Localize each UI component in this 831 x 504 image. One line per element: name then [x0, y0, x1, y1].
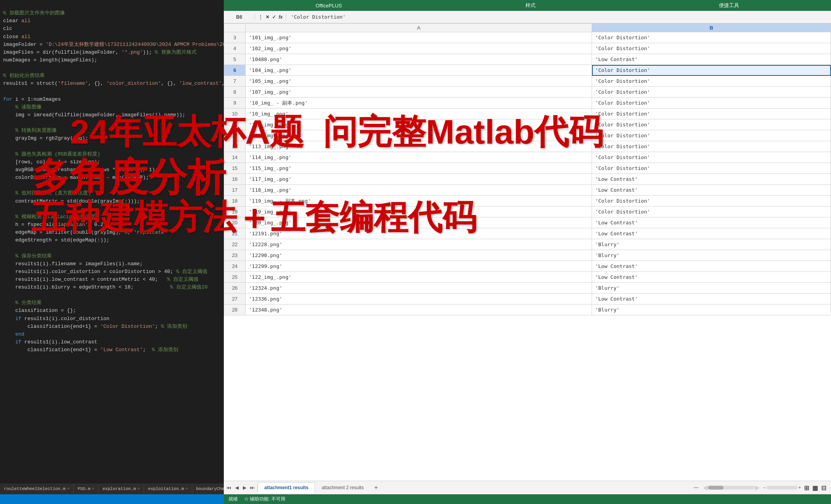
- cell-col-b[interactable]: 'Color Distortion': [592, 206, 831, 217]
- tab-boundary[interactable]: boundaryCheck: [192, 484, 224, 494]
- cell-col-b[interactable]: 'Color Distortion': [592, 130, 831, 141]
- cell-col-b[interactable]: 'Low Contrast': [592, 228, 831, 239]
- scrollbar-track[interactable]: [708, 486, 755, 490]
- cell-col-b[interactable]: 'Color Distortion': [592, 108, 831, 119]
- scrollbar-thumb[interactable]: [708, 486, 724, 490]
- cell-col-b[interactable]: 'Color Distortion': [592, 163, 831, 174]
- tab-exploration-close[interactable]: ×: [137, 486, 140, 492]
- tab-nav-last[interactable]: ⏭: [249, 484, 256, 491]
- table-row: 20'120_img_.png''Low Contrast': [224, 217, 831, 228]
- tab-nav-next[interactable]: ▶: [241, 484, 248, 491]
- cell-col-b[interactable]: 'Color Distortion': [592, 98, 831, 108]
- table-row: 25'122_img_.png''Low Contrast': [224, 272, 831, 283]
- cell-col-a[interactable]: '10_img_ - 副本.png': [246, 98, 592, 108]
- sheet-tab-attachment2[interactable]: attachment 2 results: [315, 482, 370, 493]
- col-header-b[interactable]: B: [592, 24, 831, 32]
- formula-fx-icon[interactable]: fx: [279, 14, 283, 20]
- sheet-more-button[interactable]: ⋯: [691, 485, 701, 490]
- cell-col-a[interactable]: '10_img_.png': [246, 108, 592, 119]
- formula-value: 'Color Distortion': [286, 14, 350, 20]
- cell-col-b[interactable]: 'Low Contrast': [592, 272, 831, 283]
- cell-col-b[interactable]: 'Color Distortion': [592, 87, 831, 98]
- tab-exploration[interactable]: exploration.m ×: [98, 484, 144, 494]
- zoom-slider[interactable]: [766, 486, 798, 490]
- toolbar-tools[interactable]: 便捷工具: [711, 2, 747, 9]
- cell-col-b[interactable]: 'Color Distortion': [592, 32, 831, 43]
- cell-col-a[interactable]: '10488.png': [246, 54, 592, 65]
- row-number: 21: [224, 228, 246, 239]
- cell-col-a[interactable]: '120_img_.png': [246, 217, 592, 228]
- code-close: close all: [3, 34, 30, 40]
- view-layout[interactable]: ▦: [812, 484, 818, 492]
- tab-pso-close[interactable]: ×: [92, 486, 94, 492]
- cell-col-a[interactable]: '12228.png': [246, 239, 592, 250]
- toolbar-officeplus[interactable]: OfficePLUS: [308, 3, 350, 9]
- cell-col-b[interactable]: 'Low Contrast': [592, 261, 831, 272]
- zoom-increase[interactable]: +: [798, 485, 801, 490]
- cell-col-a[interactable]: '118_img_.png': [246, 185, 592, 196]
- cell-col-a[interactable]: '113_img_.png': [246, 141, 592, 152]
- cell-col-b[interactable]: 'Color Distortion': [592, 119, 831, 130]
- scroll-left[interactable]: ◁: [704, 485, 707, 490]
- cell-reference[interactable]: B6: [224, 14, 255, 20]
- view-normal[interactable]: ⊞: [804, 484, 809, 492]
- sheet-add-button[interactable]: +: [370, 484, 381, 491]
- cell-col-a[interactable]: '104_img_.png': [246, 65, 592, 76]
- cell-col-a[interactable]: '12290.png': [246, 250, 592, 261]
- code-fspecial: h = fspecial('laplacian', 0.2);: [3, 222, 109, 228]
- cell-col-b[interactable]: 'Low Contrast': [592, 54, 831, 65]
- tab-pso[interactable]: PSO.m ×: [74, 484, 98, 494]
- cell-col-a[interactable]: '111_img_.png': [246, 119, 592, 130]
- toolbar-style[interactable]: 样式: [518, 2, 543, 9]
- cell-col-b[interactable]: 'Blurry': [592, 250, 831, 261]
- tab-roulette-close[interactable]: ×: [67, 486, 69, 492]
- cell-col-a[interactable]: '107_img_.png': [246, 87, 592, 98]
- tab-roulette[interactable]: rouletteWheelSelection.m ×: [0, 484, 74, 494]
- cell-col-b[interactable]: 'Blurry': [592, 283, 831, 294]
- cell-col-b[interactable]: 'Color Distortion': [592, 65, 831, 76]
- tab-exploitation[interactable]: exploitation.m ×: [144, 484, 192, 494]
- code-contrast: contrastMetric = std(double(grayImg(:)))…: [3, 198, 140, 204]
- cell-col-a[interactable]: '12336.png': [246, 294, 592, 304]
- code-comment-save: % 保存分类结果: [3, 253, 52, 259]
- cell-col-a[interactable]: '115_img_.png': [246, 163, 592, 174]
- formula-cancel-icon[interactable]: ✕: [265, 14, 270, 20]
- cell-col-a[interactable]: '112_img_.png': [246, 130, 592, 141]
- cell-col-a[interactable]: '105_img_.png': [246, 76, 592, 87]
- cell-col-b[interactable]: 'Color Distortion': [592, 141, 831, 152]
- code-save-contrast: results1(i).low_contrast = contrastMetri…: [3, 276, 199, 282]
- col-header-a[interactable]: A: [246, 24, 592, 32]
- scroll-right[interactable]: ▷: [755, 485, 759, 490]
- view-pagebreak[interactable]: ⊟: [821, 484, 826, 492]
- tab-nav-prev[interactable]: ◀: [233, 484, 240, 491]
- cell-col-a[interactable]: '117_img_.png': [246, 174, 592, 185]
- cell-col-a[interactable]: '12191.png': [246, 228, 592, 239]
- cell-col-a[interactable]: '119_img_ - 副本.png': [246, 196, 592, 206]
- sheet-tab-attachment1[interactable]: attachment1 results: [258, 482, 315, 493]
- cell-col-a[interactable]: '12348.png': [246, 304, 592, 315]
- cell-col-a[interactable]: '122_img_.png': [246, 272, 592, 283]
- cell-col-b[interactable]: 'Color Distortion': [592, 152, 831, 163]
- scrollbar-area: ◁ ▷ − +: [704, 485, 801, 490]
- cell-col-a[interactable]: '114_img_.png': [246, 152, 592, 163]
- cell-col-b[interactable]: 'Low Contrast': [592, 294, 831, 304]
- cell-col-b[interactable]: 'Low Contrast': [592, 217, 831, 228]
- cell-col-a[interactable]: '119_img_.png': [246, 206, 592, 217]
- cell-col-b[interactable]: 'Blurry': [592, 239, 831, 250]
- cell-col-a[interactable]: '101_img_.png': [246, 32, 592, 43]
- cell-col-a[interactable]: '102_img_.png': [246, 43, 592, 54]
- tab-nav-first[interactable]: ⏮: [225, 484, 232, 491]
- cell-col-b[interactable]: 'Low Contrast': [592, 174, 831, 185]
- cell-col-b[interactable]: 'Low Contrast': [592, 185, 831, 196]
- cell-col-b[interactable]: 'Color Distortion': [592, 76, 831, 87]
- formula-menu-icon[interactable]: ⋮: [258, 14, 263, 20]
- formula-confirm-icon[interactable]: ✓: [272, 14, 276, 20]
- zoom-decrease[interactable]: −: [763, 485, 766, 490]
- cell-col-b[interactable]: 'Color Distortion': [592, 43, 831, 54]
- cell-col-b[interactable]: 'Blurry': [592, 304, 831, 315]
- cell-col-b[interactable]: 'Color Distortion': [592, 196, 831, 206]
- tab-exploitation-close[interactable]: ×: [186, 486, 188, 492]
- cell-col-a[interactable]: '12299.png': [246, 261, 592, 272]
- cell-col-a[interactable]: '12324.png': [246, 283, 592, 294]
- table-row: 19'119_img_.png''Color Distortion': [224, 206, 831, 217]
